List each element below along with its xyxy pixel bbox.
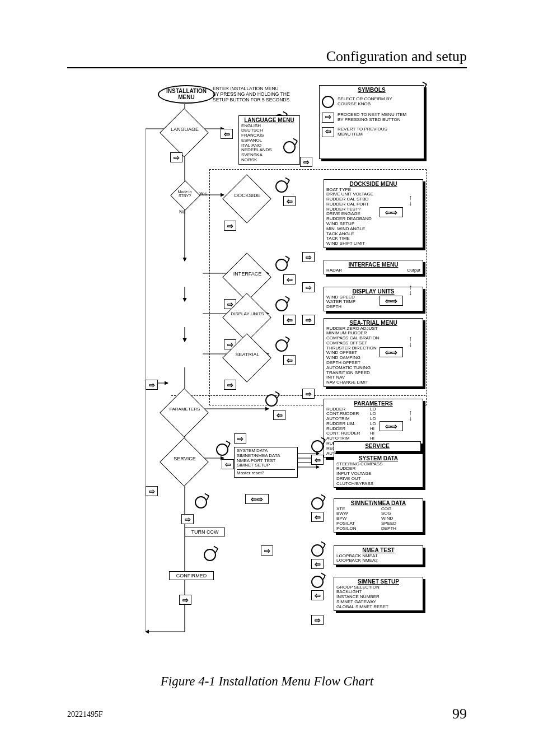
nav-arrows-icon: ⇦⇨ xyxy=(380,347,403,357)
knob-icon xyxy=(204,549,216,561)
symbols-legend: SYMBOLS SELECT OR CONFIRM BY COURSE KNOB… xyxy=(319,85,424,159)
start-note: ENTER INSTALLATION MENU BY PRESSING AND … xyxy=(213,86,308,102)
updown-icon: ↑↓ xyxy=(409,336,412,347)
knob-icon xyxy=(265,394,278,407)
knob-icon xyxy=(275,299,288,311)
left-arrow-icon: ⇦ xyxy=(283,274,296,284)
decision-service xyxy=(160,437,209,487)
page-header: Configuration and setup xyxy=(67,48,467,68)
service-list: SYSTEM DATASIMNET/NMEA DATANMEA PORT TES… xyxy=(234,447,298,478)
turn-ccw: TURN CCW xyxy=(185,528,225,536)
right-arrow-icon: ⇨ xyxy=(224,380,236,390)
knob-icon xyxy=(275,259,288,271)
right-arrow-icon: ⇨ xyxy=(181,514,194,524)
nav-arrows-icon: ⇦⇨ xyxy=(380,421,403,431)
nmea-test-menu: NMEA TEST LOOPBACK NMEA1LOOPBACK NMEA2 xyxy=(334,545,423,565)
left-arrow-icon: ⇦ xyxy=(311,512,324,522)
knob-icon xyxy=(195,496,207,508)
knob-icon xyxy=(311,497,324,510)
right-arrow-icon: ⇨ xyxy=(170,152,182,162)
right-arrow-icon: ⇨ xyxy=(311,615,324,625)
decision-mode xyxy=(170,180,200,211)
right-arrow-icon: ⇨ xyxy=(302,252,315,262)
right-arrow-icon: ⇨ xyxy=(146,486,158,496)
doc-number: 20221495F xyxy=(67,710,103,719)
flowchart: INSTALLATIONMENU ENTER INSTALLATION MENU… xyxy=(146,84,431,666)
decision-language xyxy=(160,108,209,157)
updown-icon: ↑↓ xyxy=(409,410,412,421)
left-arrow-icon: ⇦ xyxy=(311,455,324,465)
interface-menu: INTERFACE MENU RADAROutput xyxy=(324,260,423,274)
left-arrow-icon: ⇦ xyxy=(311,590,324,600)
right-arrow-icon: ⇨ xyxy=(234,433,246,444)
page-number: 99 xyxy=(452,706,467,722)
knob-icon xyxy=(311,544,324,557)
updown-icon: ↑↓ xyxy=(409,284,412,296)
simnet-nmea-data: SIMNET/NMEA DATA XTEBWWBPWPOS/LATPOS/LON… xyxy=(334,498,423,533)
right-arrow-icon: ⇨ xyxy=(261,545,273,556)
right-arrow-icon: ⇨ xyxy=(179,595,191,605)
right-arrow-icon: ⇨ xyxy=(302,389,315,399)
knob-icon xyxy=(311,440,324,452)
left-arrow-icon: ⇦ xyxy=(221,129,233,139)
left-arrow-icon: ⇦ xyxy=(283,355,296,365)
updown-icon: ↑↓ xyxy=(409,195,412,206)
label-no: No xyxy=(179,209,185,215)
confirmed: CONFIRMED xyxy=(169,571,214,580)
simnet-setup-menu: SIMNET SETUP GROUP SELECTIONBACKLIGHTINS… xyxy=(334,577,423,611)
label-yes: Yes xyxy=(199,192,207,197)
right-arrow-icon: ⇨ xyxy=(322,113,334,123)
dockside-menu: DOCKSIDE MENU BOAT TYPEDRIVE UNIT VOLTAG… xyxy=(324,179,423,248)
right-arrow-icon: ⇨ xyxy=(302,315,315,325)
right-arrow-icon: ⇨ xyxy=(146,380,158,390)
language-menu: LANGUAGE MENU ENGLISHDEUTSCHFRANCAISESPA… xyxy=(238,115,300,165)
left-arrow-icon: ⇦ xyxy=(222,459,234,469)
nav-arrows-icon: ⇦⇨ xyxy=(380,207,403,217)
right-arrow-icon: ⇨ xyxy=(300,157,312,167)
nav-arrows-icon: ⇦⇨ xyxy=(245,494,269,504)
knob-icon xyxy=(275,339,288,352)
left-arrow-icon: ⇦ xyxy=(283,315,296,325)
knob-icon xyxy=(322,96,334,108)
left-arrow-icon: ⇦ xyxy=(322,127,334,137)
knob-icon xyxy=(283,141,296,153)
seatrial-menu: SEA-TRIAL MENU RUDDER ZERO ADJUSTMINIMUM… xyxy=(324,318,423,387)
figure-caption: Figure 4-1 Installation Menu Flow Chart xyxy=(0,674,534,689)
nav-arrows-icon: ⇦⇨ xyxy=(380,296,403,306)
start-node: INSTALLATIONMENU xyxy=(158,85,215,104)
knob-icon xyxy=(216,444,228,456)
right-arrow-icon: ⇨ xyxy=(302,282,315,292)
system-data-menu: SYSTEM DATA STEERING COMPASSRUDDERINPUT … xyxy=(334,454,423,488)
left-arrow-icon: ⇦ xyxy=(311,559,324,569)
service-title: SERVICE xyxy=(334,441,421,451)
knob-icon xyxy=(311,576,324,588)
left-arrow-icon: ⇦ xyxy=(273,410,285,420)
